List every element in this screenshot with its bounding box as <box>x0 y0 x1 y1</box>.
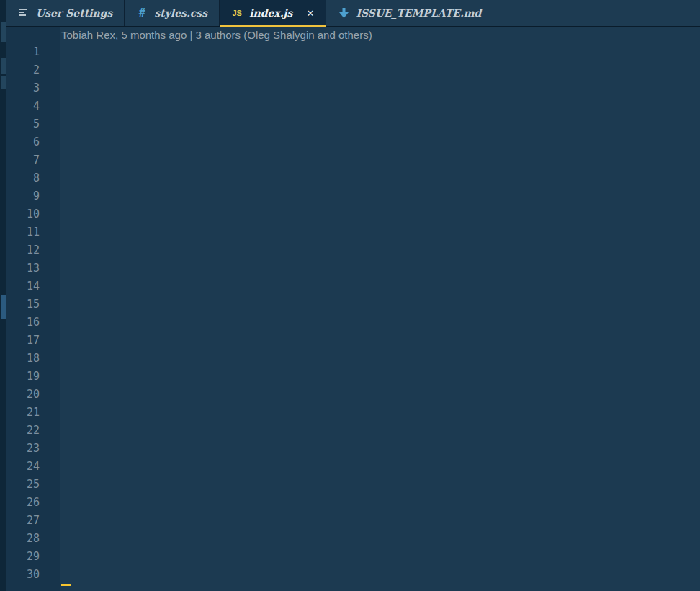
tab-label: styles.css <box>154 7 207 19</box>
line-number: 25 <box>6 476 40 494</box>
code-line-21[interactable]: 21 <box>6 404 700 422</box>
line-number: 28 <box>6 530 40 548</box>
code-line-13[interactable]: 13 <box>6 259 700 277</box>
code-line-27[interactable]: 27 <box>6 512 700 530</box>
code-line-15[interactable]: 15 <box>6 296 700 314</box>
code-line-8[interactable]: 8 <box>6 169 700 187</box>
line-number: 2 <box>6 61 40 79</box>
line-number: 19 <box>6 368 40 386</box>
code-line-12[interactable]: 12 <box>6 241 700 259</box>
line-number: 14 <box>6 277 40 296</box>
line-number: 11 <box>6 223 40 241</box>
tab-label: ISSUE_TEMPLATE.md <box>356 7 481 19</box>
code-line-6[interactable]: 6 <box>6 133 700 151</box>
tab-issue-template-md[interactable]: ISSUE_TEMPLATE.md <box>326 0 493 26</box>
markdown-arrow-icon <box>338 7 349 19</box>
code-area: 1234567891011121314151617181920212223242… <box>6 43 700 584</box>
code-line-4[interactable]: 4 <box>6 97 700 115</box>
code-line-1[interactable]: 1 <box>6 43 700 61</box>
line-number: 9 <box>6 187 40 205</box>
code-line-5[interactable]: 5 <box>6 115 700 133</box>
code-line-26[interactable]: 26 <box>6 494 700 512</box>
line-number: 1 <box>6 43 40 61</box>
code-line-22[interactable]: 22 <box>6 422 700 440</box>
overview-mark <box>1 22 6 42</box>
line-number: 6 <box>6 133 40 151</box>
tab-bar: User Settings#styles.cssJSindex.js✕ISSUE… <box>6 0 700 27</box>
js-icon: JS <box>231 7 243 19</box>
line-number: 16 <box>6 314 40 332</box>
text-cursor <box>61 584 71 586</box>
line-number: 24 <box>6 458 40 476</box>
line-number: 22 <box>6 422 40 440</box>
code-line-14[interactable]: 14 <box>6 277 700 296</box>
code-line-25[interactable]: 25 <box>6 476 700 494</box>
code-line-20[interactable]: 20 <box>6 386 700 404</box>
overview-mark <box>1 58 6 74</box>
line-number: 15 <box>6 296 40 314</box>
line-number: 13 <box>6 259 40 277</box>
tab-styles-css[interactable]: #styles.css <box>125 0 220 26</box>
code-line-7[interactable]: 7 <box>6 151 700 169</box>
code-line-2[interactable]: 2 <box>6 61 700 79</box>
line-number: 4 <box>6 97 40 115</box>
overview-mark <box>1 76 6 89</box>
css-hash-icon: # <box>136 7 148 19</box>
code-line-29[interactable]: 29 <box>6 548 700 566</box>
code-line-3[interactable]: 3 <box>6 79 700 97</box>
tab-label: index.js <box>249 7 292 19</box>
codelens-blame-text[interactable]: Tobiah Rex, 5 months ago | 3 authors (Ol… <box>61 29 372 41</box>
line-number: 12 <box>6 241 40 259</box>
line-number: 29 <box>6 548 40 566</box>
code-line-17[interactable]: 17 <box>6 332 700 350</box>
overview-strip <box>0 0 6 591</box>
line-number: 18 <box>6 350 40 368</box>
tab-user-settings[interactable]: User Settings <box>6 0 125 26</box>
line-number: 26 <box>6 494 40 512</box>
line-number: 5 <box>6 115 40 133</box>
tab-label: User Settings <box>36 7 112 19</box>
line-number: 7 <box>6 151 40 169</box>
codelens-blame[interactable]: Tobiah Rex, 5 months ago | 3 authors (Ol… <box>6 27 700 43</box>
code-line-18[interactable]: 18 <box>6 350 700 368</box>
code-line-10[interactable]: 10 <box>6 205 700 223</box>
line-number: 23 <box>6 440 40 458</box>
line-number: 27 <box>6 512 40 530</box>
code-line-28[interactable]: 28 <box>6 530 700 548</box>
code-line-30[interactable]: 30 <box>6 566 700 584</box>
overview-mark <box>1 296 6 319</box>
line-number: 3 <box>6 79 40 97</box>
line-number: 17 <box>6 332 40 350</box>
settings-list-icon <box>18 7 30 19</box>
tab-index-js[interactable]: JSindex.js✕ <box>220 0 326 26</box>
line-number: 21 <box>6 404 40 422</box>
close-icon[interactable]: ✕ <box>307 8 315 19</box>
line-number: 8 <box>6 169 40 187</box>
code-line-23[interactable]: 23 <box>6 440 700 458</box>
code-line-24[interactable]: 24 <box>6 458 700 476</box>
line-number: 30 <box>6 566 40 584</box>
code-line-11[interactable]: 11 <box>6 223 700 241</box>
code-line-9[interactable]: 9 <box>6 187 700 205</box>
code-line-19[interactable]: 19 <box>6 368 700 386</box>
line-number: 10 <box>6 205 40 223</box>
line-number: 20 <box>6 386 40 404</box>
editor-pane[interactable]: Tobiah Rex, 5 months ago | 3 authors (Ol… <box>6 27 700 591</box>
code-line-16[interactable]: 16 <box>6 314 700 332</box>
